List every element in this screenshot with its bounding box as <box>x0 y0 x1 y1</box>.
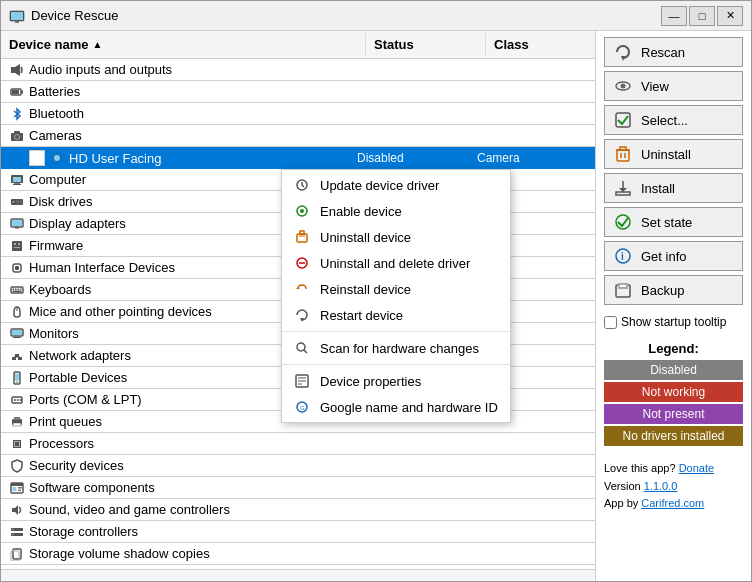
reinstall-device-icon <box>294 281 310 297</box>
processor-icon <box>9 436 25 452</box>
ctx-uninstall-device[interactable]: Uninstall device <box>282 224 510 250</box>
keyboard-icon <box>9 282 25 298</box>
list-item[interactable]: Cameras <box>1 125 595 147</box>
ctx-enable-device[interactable]: Enable device <box>282 198 510 224</box>
get-info-icon: i <box>613 246 633 266</box>
uninstall-icon <box>613 144 633 164</box>
scan-hardware-icon <box>294 340 310 356</box>
printer-icon <box>9 414 25 430</box>
minimize-button[interactable]: — <box>661 6 687 26</box>
legend-title: Legend: <box>604 341 743 356</box>
svg-rect-16 <box>13 184 21 185</box>
legend-not-present: Not present <box>604 404 743 424</box>
device-name: Processors <box>29 436 587 451</box>
list-item[interactable]: Software components <box>1 477 595 499</box>
set-state-label: Set state <box>641 215 692 230</box>
svg-rect-10 <box>14 131 20 134</box>
ctx-device-properties[interactable]: Device properties <box>282 368 510 394</box>
rescan-button[interactable]: Rescan <box>604 37 743 67</box>
horizontal-scrollbar[interactable] <box>1 569 595 581</box>
device-properties-icon <box>294 373 310 389</box>
svg-rect-27 <box>14 247 20 248</box>
view-icon <box>613 76 633 96</box>
ctx-label: Update device driver <box>320 178 439 193</box>
company-link[interactable]: Carifred.com <box>641 497 704 509</box>
hid-icon <box>9 260 25 276</box>
select-button[interactable]: Select... <box>604 105 743 135</box>
mouse-icon <box>9 304 25 320</box>
disk-icon <box>9 194 25 210</box>
company-row: App by Carifred.com <box>604 495 743 513</box>
device-name: Audio inputs and outputs <box>29 62 587 77</box>
svg-rect-62 <box>18 487 22 489</box>
show-startup-row: Show startup tooltip <box>604 315 743 329</box>
ports-icon <box>9 392 25 408</box>
list-item[interactable]: Storage controllers <box>1 521 595 543</box>
main-content: Device name ▲ Status Class Audio inputs … <box>1 31 751 581</box>
ctx-label: Scan for hardware changes <box>320 341 479 356</box>
install-button[interactable]: Install <box>604 173 743 203</box>
restart-device-icon <box>294 307 310 323</box>
list-item[interactable]: Audio inputs and outputs <box>1 59 595 81</box>
rescan-icon <box>613 42 633 62</box>
svg-rect-38 <box>12 330 22 335</box>
hd-camera-icon <box>49 150 65 166</box>
svg-rect-47 <box>15 373 19 380</box>
list-item[interactable]: Batteries <box>1 81 595 103</box>
svg-rect-40 <box>13 337 21 338</box>
get-info-button[interactable]: i Get info <box>604 241 743 271</box>
backup-button[interactable]: Backup <box>604 275 743 305</box>
svg-rect-51 <box>17 399 19 401</box>
svg-point-91 <box>621 84 626 89</box>
maximize-button[interactable]: □ <box>689 6 715 26</box>
ctx-reinstall-device[interactable]: Reinstall device <box>282 276 510 302</box>
shadow-copy-icon <box>9 546 25 562</box>
security-icon <box>9 458 25 474</box>
close-button[interactable]: ✕ <box>717 6 743 26</box>
ctx-label: Device properties <box>320 374 421 389</box>
ctx-restart-device[interactable]: Restart device <box>282 302 510 328</box>
version-link[interactable]: 1.1.0.0 <box>644 480 678 492</box>
device-name: Storage volume shadow copies <box>29 546 587 561</box>
camera-icon <box>9 128 25 144</box>
show-startup-label: Show startup tooltip <box>621 315 726 329</box>
list-item[interactable]: Bluetooth <box>1 103 595 125</box>
svg-rect-1 <box>11 12 23 20</box>
uninstall-device-icon <box>294 229 310 245</box>
svg-rect-98 <box>616 192 630 195</box>
ctx-update-driver[interactable]: Update device driver <box>282 172 510 198</box>
device-class: Camera <box>477 151 587 165</box>
set-state-button[interactable]: Set state <box>604 207 743 237</box>
svg-point-73 <box>300 209 304 213</box>
ctx-uninstall-delete[interactable]: Uninstall and delete driver <box>282 250 510 276</box>
svg-rect-20 <box>16 203 20 204</box>
donate-link[interactable]: Donate <box>679 462 714 474</box>
uninstall-button[interactable]: Uninstall <box>604 139 743 169</box>
list-item[interactable]: Sound, video and game controllers <box>1 499 595 521</box>
list-item[interactable]: Security devices <box>1 455 595 477</box>
bluetooth-icon <box>9 106 25 122</box>
col-class: Class <box>485 33 595 56</box>
show-startup-checkbox[interactable] <box>604 316 617 329</box>
ctx-google-name[interactable]: G Google name and hardware ID <box>282 394 510 420</box>
list-item[interactable]: Processors <box>1 433 595 455</box>
svg-rect-35 <box>13 290 22 292</box>
sort-arrow: ▲ <box>93 39 103 50</box>
svg-point-67 <box>12 533 14 535</box>
ctx-label: Uninstall and delete driver <box>320 256 470 271</box>
svg-rect-25 <box>14 243 16 245</box>
svg-rect-23 <box>15 227 19 229</box>
device-name: Cameras <box>29 128 587 143</box>
ctx-scan-hardware[interactable]: Scan for hardware changes <box>282 335 510 361</box>
view-button[interactable]: View <box>604 71 743 101</box>
backup-label: Backup <box>641 283 684 298</box>
list-item[interactable]: Storage volume shadow copies <box>1 543 595 565</box>
title-bar: Device Rescue — □ ✕ <box>1 1 751 31</box>
device-name: Software components <box>29 480 587 495</box>
install-icon <box>613 178 633 198</box>
list-item-selected[interactable]: HD User Facing Disabled Camera <box>1 147 595 169</box>
checkbox-icon <box>29 150 45 166</box>
enable-device-icon <box>294 203 310 219</box>
svg-rect-55 <box>13 423 21 426</box>
device-name: Batteries <box>29 84 587 99</box>
